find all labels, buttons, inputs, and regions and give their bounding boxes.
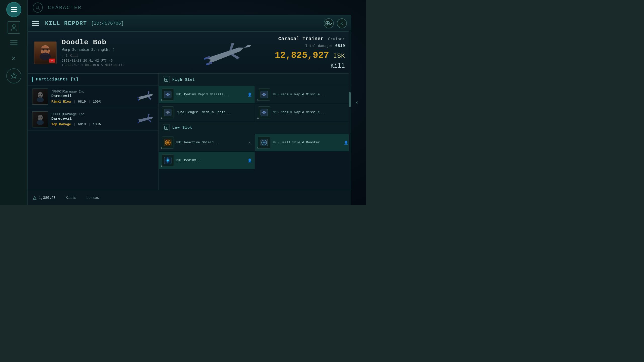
equip-user-indicator: 👤 [344,141,348,145]
participant-portrait [32,88,48,105]
window-id: [ID:4576706] [91,21,124,26]
equip-qty: 1 [257,147,259,150]
equip-item[interactable]: 1 'Challenger' Medium Ra [159,104,255,121]
equip-item[interactable]: 1 MK5 Medium Rapid Missi [255,104,351,121]
equip-qty: 1 [257,99,259,102]
sidebar: ✕ [0,0,28,205]
low-slot-icon [163,124,170,131]
losses-label: Losses [86,196,99,200]
sidebar-character-icon [8,21,20,34]
kill-stats: Caracal Trainer Cruiser Total damage: 68… [275,36,345,69]
hamburger-icon [11,7,17,12]
equip-name: 'Challenger' Medium Rapid... [176,110,231,115]
equipment-panel: High Slot 1 [159,74,351,190]
svg-point-0 [12,25,15,28]
equip-user-indicator: 👤 [248,158,252,162]
high-slot-icon [163,76,170,83]
equip-item-icon [162,88,174,101]
equip-qty: 1 [161,147,163,150]
equip-item-icon [162,154,174,166]
panel-header-bar [32,77,33,82]
svg-point-48 [263,94,265,95]
scrollbar[interactable] [349,30,351,185]
svg-point-29 [138,99,139,101]
svg-point-37 [138,119,138,121]
equip-close-indicator: ✕ [248,141,252,145]
right-chevron-button[interactable]: ‹ [355,99,359,106]
export-button[interactable]: ↗ [324,18,334,28]
svg-point-24 [41,94,42,95]
equip-item[interactable]: 1 MK5 Reactive Shield... ✕ [159,134,255,151]
participants-title: Participants [1] [36,77,79,82]
window-actions: ↗ ✕ [324,18,347,28]
isk-label: ISK [333,52,345,60]
kills-label: Kills [66,196,76,200]
ship-silhouette-icon [197,36,253,73]
participant-ship-icon [137,89,154,104]
equip-qty: 1 [161,116,163,119]
char-outline-icon [33,3,43,13]
participant-role: Top Damage | 6819 | 100% [51,122,134,126]
character-header: CHARACTER [28,0,87,15]
participant-item[interactable]: [PHPC]Carnage Inc Daredevil Final Blow |… [28,85,158,108]
kill-result: Kill [275,63,345,69]
equip-item[interactable]: 1 MK5 Medium Rapid Missi [255,86,351,103]
participants-panel: Participants [1] [PHPC]Carnage Inc Dared… [28,74,159,190]
sidebar-x-icon: ✕ [8,52,20,64]
sidebar-star-icon[interactable] [6,68,21,83]
isk-value: 12,825,927 [275,50,329,61]
bottom-stat-losses[interactable]: Losses [86,196,99,200]
export-icon [325,21,330,26]
low-slot-title: Low Slot [172,126,192,130]
equip-item-icon [162,106,174,118]
equip-item-icon [258,88,270,101]
equip-qty: 1 [161,164,163,167]
window-header: KILL REPORT [ID:4576706] ↗ ✕ [28,15,351,32]
svg-point-38 [138,122,139,123]
high-slot-section: High Slot 1 [159,74,351,121]
sidebar-lines-icon [8,38,20,48]
main-content: Participants [1] [PHPC]Carnage Inc Dared… [28,74,351,190]
participants-header: Participants [1] [28,74,158,85]
total-damage-row: Total damage: 6819 [275,44,345,48]
svg-point-28 [138,97,138,98]
equip-name: MK5 Medium Rapid Missile... [176,93,229,97]
kill-icon: ⚔ [62,54,63,58]
svg-point-22 [37,97,44,102]
equip-name: MK5 Medium Rapid Missile... [273,110,326,115]
close-button[interactable]: ✕ [337,18,347,28]
equip-item-icon [258,137,270,149]
equip-name: MK5 Medium Rapid Missile... [273,93,326,97]
kill-banner: ▬ Doodle Bob Warp Scramble Strength: 4 ⚔… [28,32,351,74]
window-menu-button[interactable] [32,19,41,28]
svg-point-68 [167,160,169,161]
svg-point-23 [38,94,39,95]
participant-item[interactable]: [PHPC]Carnage Inc Daredevil Top Damage |… [28,108,158,131]
bottom-bar: 1,380.23 Kills Losses [28,190,351,205]
kill-indicator: 1 Kill [65,54,78,58]
participant-ship-icon [137,112,154,127]
sidebar-menu-button[interactable] [6,2,21,17]
close-icon: ✕ [341,21,343,26]
bottom-stat-value: 1,380.23 [39,196,56,200]
equip-item[interactable]: 1 MK5 Small Shield Booster 👤 [255,134,351,151]
ship-name-row: Caracal Trainer Cruiser [275,36,345,42]
svg-marker-1 [11,73,17,78]
svg-marker-71 [33,196,36,199]
participant-corp: [PHPC]Carnage Inc [51,90,134,94]
equip-name: MK5 Reactive Shield... [176,141,220,145]
participant-info: [PHPC]Carnage Inc Daredevil Final Blow |… [51,90,134,104]
bottom-stat-kills[interactable]: Kills [66,196,76,200]
equip-item[interactable]: 1 MK5 Medium... 👤 [159,152,255,169]
svg-point-33 [41,117,42,118]
svg-point-44 [167,94,169,95]
top-damage-label: Top Damage [51,122,71,126]
kill-report-window: KILL REPORT [ID:4576706] ↗ ✕ [28,15,351,190]
svg-point-30 [38,115,43,121]
equip-qty: 1 [161,99,163,102]
scrollbar-thumb[interactable] [349,92,351,107]
svg-point-21 [38,92,43,98]
victim-faction-badge: ▬ [49,59,55,63]
svg-point-52 [167,112,169,113]
equip-item[interactable]: 1 MK5 Medium Rapid Missi [159,86,255,103]
